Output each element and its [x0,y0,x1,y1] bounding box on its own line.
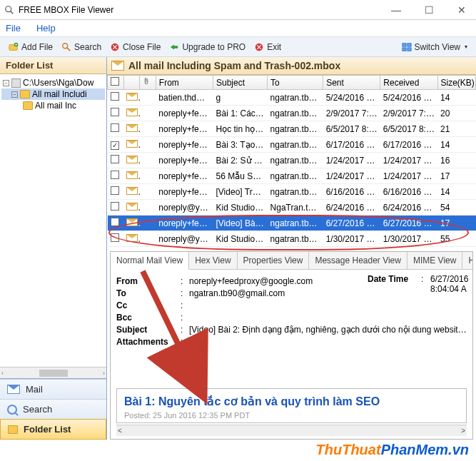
cell-to: ngatran.tb… [268,137,323,153]
row-checkbox[interactable] [111,202,119,211]
col-size[interactable]: Size(KB) [437,76,475,90]
col-sent[interactable]: Sent [323,76,380,90]
close-file-button[interactable]: Close File [106,41,165,54]
cell-sent: 5/24/2016 … [323,90,380,106]
table-row[interactable]: noreply+fe…Bài 2: Sử d…ngatran.tb…1/24/2… [108,153,476,168]
nav-search[interactable]: Search [0,399,106,419]
table-row[interactable]: noreply@y…Kid Studio: …ngatran.tb…1/30/2… [108,231,476,247]
disk-icon [11,78,21,88]
cell-to: ngatran.tb… [268,216,323,231]
menu-help[interactable]: Help [36,23,56,34]
mail-icon [126,140,138,148]
cell-sent: 1/24/2017 … [323,153,380,168]
close-button[interactable]: ✕ [452,4,472,16]
cell-from: noreply+fe… [156,153,213,168]
nav-folder-list[interactable]: Folder List [0,419,106,440]
paperclip-icon [143,77,150,86]
cell-size: 16 [437,153,475,168]
svg-point-0 [6,6,11,11]
table-row[interactable]: noreply@y…Kid Studio: …NgaTran.tb…6/24/2… [108,200,476,216]
label-from: From [116,276,181,286]
content-area: All mail Including Spam and Trash-002.mb… [107,57,476,440]
tab-properties[interactable]: Properties View [238,252,310,269]
minimize-button[interactable]: — [386,4,406,16]
tree-item-mbox[interactable]: − All mail Includi [1,88,105,100]
cell-to: NgaTran.tb… [268,200,323,216]
col-subject[interactable]: Subject [213,76,268,90]
table-row[interactable]: noreply+fe…Bài 1: Các t…ngatran.tb…2/9/2… [108,106,476,121]
row-checkbox[interactable] [111,141,119,150]
cell-sent: 1/24/2017 … [323,168,380,184]
row-checkbox[interactable] [111,155,119,163]
mail-table: From Subject To Sent Received Size(KB) b… [107,75,476,247]
table-row[interactable]: noreply+fe…Học tin học…ngatran.tb…6/5/20… [108,121,476,137]
watermark: ThuThuatPhanMem.vn [316,442,469,458]
row-checkbox[interactable] [111,92,119,101]
preview-title[interactable]: Bài 1: Nguyên tắc cơ bản và quy trình là… [124,395,459,408]
tab-hex[interactable]: Hex View [189,252,237,269]
table-row[interactable]: noreply+fe…[Video] Bài …ngatran.tb…6/27/… [108,216,476,231]
preview-posted: Posted: 25 Jun 2016 12:35 PM PDT [124,411,459,420]
folder-tree[interactable]: − C:\Users\Nga\Dow − All mail Includi Al… [0,74,106,367]
search-icon [4,5,14,15]
mail-icon [126,171,138,179]
cell-to: ngatran.tb… [268,106,323,121]
svg-rect-8 [402,43,405,46]
col-check[interactable] [108,76,124,90]
nav-mail[interactable]: Mail [0,379,106,399]
tab-normal[interactable]: Normal Mail View [111,252,189,270]
cell-from: noreply+fe… [156,168,213,184]
menu-bar: File Help [0,20,476,37]
maximize-button[interactable]: ☐ [419,4,439,16]
label-bcc: Bcc [116,313,181,323]
value-bcc [189,313,467,323]
add-file-button[interactable]: Add File [4,41,57,54]
menu-file[interactable]: File [6,23,21,34]
row-checkbox[interactable] [111,171,119,179]
row-checkbox[interactable] [111,186,119,195]
upgrade-button[interactable]: Upgrade to PRO [165,41,250,54]
table-row[interactable]: noreply+fe…56 Mẫu Sơ…ngatran.tb…1/24/201… [108,168,476,184]
collapse-icon[interactable]: − [3,80,9,86]
row-checkbox[interactable] [111,123,119,132]
sidebar-nav: Mail Search Folder List [0,378,106,440]
col-to[interactable]: To [268,76,323,90]
cell-size: 14 [437,137,475,153]
svg-line-1 [11,11,14,14]
cell-sent: 6/5/2017 8:… [323,121,380,137]
table-row[interactable]: noreply+fe…Bài 3: Tạo b…ngatran.tb…6/17/… [108,137,476,153]
detail-tabs: Normal Mail View Hex View Properties Vie… [111,252,472,270]
tree-item-child[interactable]: All mail Inc [1,100,105,111]
col-received[interactable]: Received [380,76,437,90]
cell-received: 2/9/2017 7:… [380,106,437,121]
exit-button[interactable]: Exit [250,41,285,54]
col-icon[interactable] [123,76,140,90]
preview-scrollbar[interactable]: <> [116,425,467,436]
row-checkbox[interactable] [111,218,119,226]
tab-html[interactable]: HT [462,252,473,269]
tab-message-header[interactable]: Message Header View [309,252,407,269]
cell-subject: Bài 3: Tạo b… [213,137,268,153]
table-row[interactable]: batien.thd…gngatran.tb…5/24/2016 …5/24/2… [108,90,476,106]
tab-mime[interactable]: MIME View [407,252,462,269]
search-button[interactable]: Search [57,41,106,54]
col-from[interactable]: From [156,76,213,90]
switch-view-button[interactable]: Switch View ▾ [397,41,472,54]
tree-scrollbar[interactable]: ‹› [0,367,106,378]
mail-icon [126,187,138,195]
svg-line-5 [67,47,70,50]
row-checkbox[interactable] [111,108,119,116]
collapse-icon[interactable]: − [11,91,18,98]
add-file-icon [9,42,19,52]
row-checkbox[interactable] [111,233,119,242]
message-detail: From:noreply+feedproxy@google.com Date T… [111,270,472,385]
cell-size: 14 [437,184,475,200]
col-attach[interactable] [140,76,156,90]
cell-from: noreply@y… [156,231,213,247]
folder-icon [8,425,18,434]
svg-rect-11 [407,47,410,50]
tree-root[interactable]: − C:\Users\Nga\Dow [1,77,105,88]
cell-size: 20 [437,106,475,121]
table-row[interactable]: noreply+fe…[Video] Trộ…ngatran.tb…6/16/2… [108,184,476,200]
svg-point-4 [63,43,68,48]
